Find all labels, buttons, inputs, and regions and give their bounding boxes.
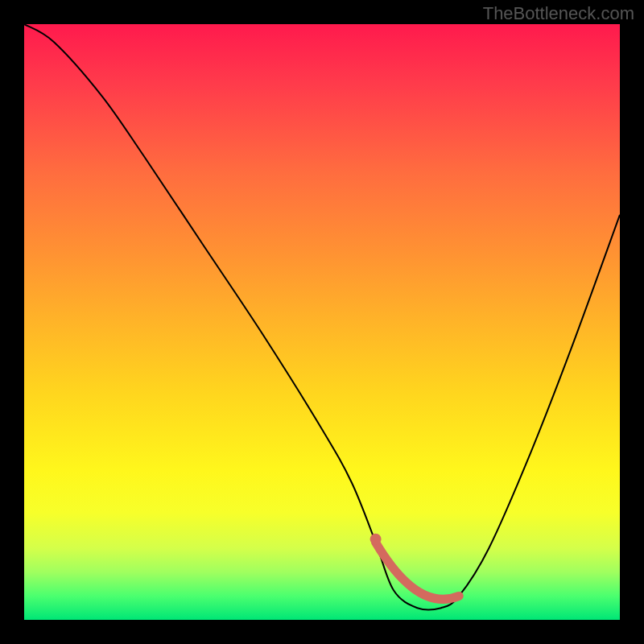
watermark-text: TheBottleneck.com <box>483 3 634 24</box>
flat-region-start-dot <box>370 534 382 545</box>
plot-area <box>24 24 620 620</box>
chart-svg <box>24 24 620 620</box>
bottleneck-curve <box>24 24 620 610</box>
flat-region-highlight <box>376 543 460 600</box>
